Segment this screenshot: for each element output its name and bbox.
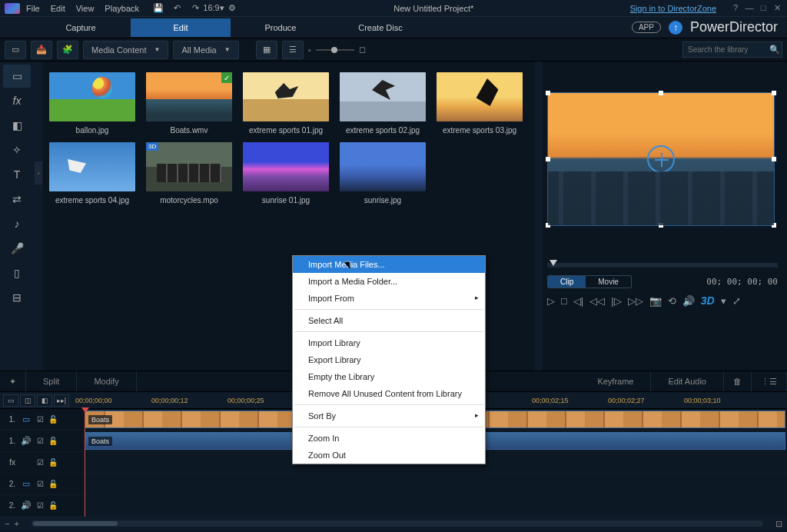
next-frame-icon[interactable]: |▷ (611, 295, 621, 307)
resize-handle[interactable] (546, 223, 550, 228)
particle-room-icon[interactable]: ✧ (3, 138, 31, 161)
menu-remove-unused[interactable]: Remove All Unused Content from Library (293, 385, 485, 402)
stop-icon[interactable]: □ (561, 295, 567, 307)
media-room-icon[interactable]: ▭ (3, 65, 31, 88)
toggle-movie[interactable]: Movie (586, 276, 631, 288)
help-icon[interactable]: ? (730, 3, 741, 13)
chapter-room-icon[interactable]: ▯ (3, 261, 31, 284)
import-icon[interactable]: 📥 (31, 41, 52, 59)
media-thumb[interactable]: sunrise 01.jpg (243, 142, 329, 204)
resize-handle[interactable] (659, 91, 663, 95)
track-head-video1[interactable]: 1.▭☑🔓 (0, 409, 83, 431)
maximize-icon[interactable]: □ (758, 3, 769, 13)
menu-import-media-files[interactable]: Import Media Files... (293, 256, 485, 273)
resize-handle[interactable] (772, 223, 776, 228)
media-thumb[interactable]: 3Dmotorcycles.mpo (146, 142, 232, 204)
timeline-scrollbar[interactable] (32, 520, 763, 527)
library-scrollbar[interactable] (535, 62, 543, 371)
fx-room-icon[interactable]: fx (3, 89, 31, 112)
modify-button[interactable]: Modify (77, 371, 136, 391)
menu-view[interactable]: View (76, 4, 95, 13)
resize-handle[interactable] (772, 157, 776, 161)
audio-room-icon[interactable]: ♪ (3, 212, 31, 235)
media-thumb[interactable]: extreme sports 03.jpg (437, 72, 523, 135)
track-head-audio2[interactable]: 2.🔊☑🔓 (0, 495, 83, 517)
menu-edit[interactable]: Edit (51, 4, 65, 13)
menu-select-all[interactable]: Select All (293, 312, 485, 329)
tab-produce[interactable]: Produce (231, 18, 330, 37)
track-audio2-lane[interactable] (83, 495, 787, 517)
fit-timeline-icon[interactable]: ⊡ (775, 519, 782, 529)
expand-tree-icon[interactable]: › (35, 161, 42, 185)
split-button[interactable]: Split (26, 371, 77, 391)
rewind-icon[interactable]: ◁◁ (589, 295, 605, 307)
tl-snap-icon[interactable]: ▸▸| (54, 394, 69, 407)
media-thumb[interactable]: sunrise.jpg (340, 142, 426, 204)
transition-room-icon[interactable]: ⇄ (3, 188, 31, 211)
settings-icon[interactable]: ⚙ (227, 3, 237, 14)
grid-view-icon[interactable]: ▦ (256, 41, 277, 59)
list-view-icon[interactable]: ☰ (282, 41, 304, 59)
clip-movie-toggle[interactable]: Clip Movie (547, 275, 632, 288)
tl-view2-icon[interactable]: ◫ (20, 394, 35, 407)
menu-file[interactable]: File (26, 4, 40, 13)
resize-handle[interactable] (546, 91, 550, 95)
fastfwd-icon[interactable]: ▷▷ (628, 295, 643, 307)
tab-capture[interactable]: Capture (31, 18, 131, 37)
menu-import-media-folder[interactable]: Import a Media Folder... (293, 273, 485, 290)
undock-icon[interactable]: ⤢ (732, 295, 741, 307)
redo-icon[interactable]: ↷ (190, 3, 201, 14)
plugin-icon[interactable]: 🧩 (57, 41, 78, 59)
track-head-video2[interactable]: 2.▭☑🔓 (0, 474, 83, 495)
media-thumb[interactable]: ballon.jpg (49, 72, 135, 135)
more-tools-icon[interactable]: ⋮☰ (752, 371, 787, 391)
resize-handle[interactable] (546, 157, 550, 161)
menu-zoom-out[interactable]: Zoom Out (293, 447, 485, 464)
thumb-zoom-slider[interactable]: ▫ ◻ (308, 45, 366, 55)
menu-empty-library[interactable]: Empty the Library (293, 368, 485, 385)
tl-view1-icon[interactable]: ▭ (3, 394, 18, 407)
media-thumb[interactable]: extreme sports 04.jpg (49, 142, 135, 204)
toggle-clip[interactable]: Clip (548, 276, 586, 288)
aspect-icon[interactable]: 16:9▾ (208, 3, 219, 14)
snapshot-icon[interactable]: 📷 (649, 295, 662, 307)
search-input[interactable] (688, 45, 765, 54)
pip-room-icon[interactable]: ◧ (3, 114, 31, 137)
room-toggle-icon[interactable]: ▭ (5, 41, 26, 59)
voice-room-icon[interactable]: 🎤 (3, 237, 31, 260)
title-room-icon[interactable]: T (3, 163, 31, 186)
undo-icon[interactable]: ↶ (171, 3, 182, 14)
menu-sort-by[interactable]: Sort By (293, 407, 485, 424)
tl-marker-icon[interactable]: ◧ (37, 394, 52, 407)
media-thumb[interactable]: ✓Boats.wmv (146, 72, 232, 135)
zoom-out-timeline-icon[interactable]: − (5, 519, 9, 528)
loop-icon[interactable]: ⟲ (668, 295, 676, 307)
all-media-dropdown[interactable]: All Media▼ (173, 41, 238, 59)
volume-icon[interactable]: 🔊 (682, 295, 695, 307)
minimize-icon[interactable]: — (744, 3, 755, 13)
media-thumb[interactable]: extreme sports 01.jpg (243, 72, 329, 135)
preview-scrubber[interactable] (547, 263, 778, 268)
playhead[interactable] (85, 409, 85, 517)
play-icon[interactable]: ▷ (547, 295, 555, 307)
menu-import-from[interactable]: Import From (293, 290, 485, 307)
quality-dropdown-icon[interactable]: ▾ (721, 295, 726, 307)
menu-export-library[interactable]: Export Library (293, 351, 485, 368)
prev-frame-icon[interactable]: ◁| (573, 295, 583, 307)
preview-frame[interactable] (547, 92, 775, 226)
menu-playback[interactable]: Playback (105, 4, 139, 13)
tab-create-disc[interactable]: Create Disc (330, 18, 430, 37)
search-icon[interactable]: 🔍 (769, 45, 780, 55)
tab-edit[interactable]: Edit (131, 18, 231, 37)
media-content-dropdown[interactable]: Media Content▼ (83, 41, 168, 59)
3d-button[interactable]: 3D (701, 294, 715, 307)
menu-zoom-in[interactable]: Zoom In (293, 430, 485, 447)
track-head-audio1[interactable]: 1.🔊☑🔓 (0, 431, 83, 452)
resize-handle[interactable] (772, 91, 776, 95)
keyframe-button[interactable]: Keyframe (580, 371, 651, 391)
media-thumb[interactable]: extreme sports 02.jpg (340, 72, 426, 135)
signin-link[interactable]: Sign in to DirectorZone (630, 4, 717, 13)
edit-audio-button[interactable]: Edit Audio (651, 371, 724, 391)
upload-icon[interactable]: ↑ (669, 21, 682, 35)
close-icon[interactable]: ✕ (772, 3, 782, 13)
